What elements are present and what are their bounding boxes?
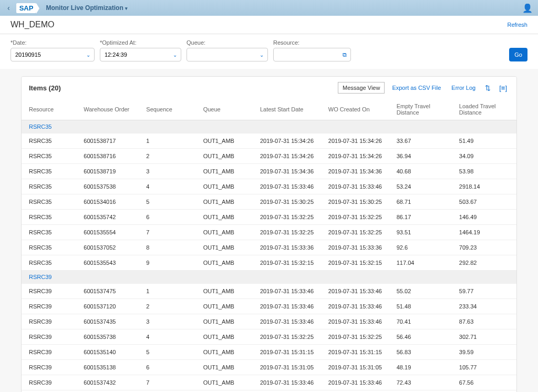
cell-queue: OUT1_AMB: [198, 240, 255, 255]
cell-etd: 55.02: [391, 284, 454, 299]
table-row[interactable]: RSRC3560015355439OUT1_AMB2019-07-31 15:3…: [22, 255, 516, 271]
user-icon[interactable]: 👤: [522, 3, 533, 13]
table-row[interactable]: RSRC3560015340165OUT1_AMB2019-07-31 15:3…: [22, 194, 516, 210]
cell-queue: OUT1_AMB: [198, 194, 255, 210]
cell-queue: OUT1_AMB: [198, 284, 255, 299]
cell-resource: RSRC39: [22, 345, 78, 360]
cell-resource: RSRC39: [22, 390, 78, 393]
table-row[interactable]: RSRC3560015387171OUT1_AMB2019-07-31 15:3…: [22, 133, 516, 149]
cell-wo: 6001537475: [78, 284, 141, 299]
date-input[interactable]: [11, 48, 95, 61]
settings-icon[interactable]: [≡]: [497, 84, 509, 92]
cell-lsd: 2019-07-31 15:32:25: [255, 210, 323, 225]
cell-etd: 33.67: [391, 133, 454, 149]
cell-wo: 6001535140: [78, 345, 141, 360]
col-ltd[interactable]: Loaded Travel Distance: [454, 99, 516, 120]
message-view-button[interactable]: Message View: [338, 82, 385, 94]
table-row[interactable]: RSRC3560015357426OUT1_AMB2019-07-31 15:3…: [22, 210, 516, 225]
cell-wco: 2019-07-31 15:31:15: [323, 345, 391, 360]
table-row[interactable]: RSRC3960015357384OUT1_AMB2019-07-31 15:3…: [22, 329, 516, 345]
cell-queue: OUT1_AMB: [198, 345, 255, 360]
cell-resource: RSRC35: [22, 210, 78, 225]
cell-queue: OUT1_AMB: [198, 225, 255, 240]
queue-input[interactable]: [187, 48, 268, 61]
cell-etd: 40.68: [391, 164, 454, 179]
col-wco[interactable]: WO Created On: [323, 99, 391, 120]
table-row[interactable]: RSRC3960015374751OUT1_AMB2019-07-31 15:3…: [22, 284, 516, 299]
cell-wco: 2019-07-31 15:33:46: [323, 390, 391, 393]
col-queue[interactable]: Queue: [198, 99, 255, 120]
cell-resource: RSRC39: [22, 375, 78, 390]
cell-resource: RSRC35: [22, 225, 78, 240]
refresh-link[interactable]: Refresh: [507, 22, 527, 28]
error-log-link[interactable]: Error Log: [448, 82, 479, 93]
table-row[interactable]: RSRC3560015387193OUT1_AMB2019-07-31 15:3…: [22, 164, 516, 179]
table-row[interactable]: RSRC3960015374318OUT1_AMB2019-07-31 15:3…: [22, 390, 516, 393]
cell-ltd: 87.63: [454, 314, 516, 329]
filter-bar: *Date: ⌄ *Optimized At: ⌄ Queue: ⌄ Resou…: [0, 34, 538, 69]
cell-ltd: 709.23: [454, 240, 516, 255]
cell-wco: 2019-07-31 15:33:46: [323, 179, 391, 194]
cell-seq: 6: [141, 360, 198, 375]
back-icon[interactable]: ‹: [5, 4, 12, 12]
table-row[interactable]: RSRC3560015387162OUT1_AMB2019-07-31 15:3…: [22, 149, 516, 164]
opt-label: *Optimized At:: [100, 39, 181, 46]
cell-queue: OUT1_AMB: [198, 314, 255, 329]
cell-lsd: 2019-07-31 15:33:36: [255, 240, 323, 255]
cell-resource: RSRC35: [22, 149, 78, 164]
resource-input[interactable]: [273, 48, 351, 61]
app-title[interactable]: Monitor Live Optimization ▾: [46, 4, 128, 12]
cell-resource: RSRC35: [22, 255, 78, 271]
col-resource[interactable]: Resource: [22, 99, 78, 120]
app-title-text: Monitor Live Optimization: [46, 4, 123, 12]
cell-resource: RSRC35: [22, 133, 78, 149]
cell-seq: 2: [141, 299, 198, 314]
queue-input-wrap: ⌄: [187, 48, 268, 61]
col-seq[interactable]: Sequence: [141, 99, 198, 120]
cell-seq: 4: [141, 179, 198, 194]
cell-wco: 2019-07-31 15:34:26: [323, 149, 391, 164]
cell-queue: OUT1_AMB: [198, 375, 255, 390]
table-row[interactable]: RSRC3960015374353OUT1_AMB2019-07-31 15:3…: [22, 314, 516, 329]
table-row[interactable]: RSRC3960015371202OUT1_AMB2019-07-31 15:3…: [22, 299, 516, 314]
cell-lsd: 2019-07-31 15:34:36: [255, 164, 323, 179]
group-row[interactable]: RSRC35: [22, 120, 516, 133]
col-etd[interactable]: Empty Travel Distance: [391, 99, 454, 120]
col-wo[interactable]: Warehouse Order: [78, 99, 141, 120]
cell-ltd: 75.28: [454, 390, 516, 393]
table-row[interactable]: RSRC3960015374327OUT1_AMB2019-07-31 15:3…: [22, 375, 516, 390]
table-row[interactable]: RSRC3960015351405OUT1_AMB2019-07-31 15:3…: [22, 345, 516, 360]
sort-icon[interactable]: ⇅: [483, 84, 493, 92]
cell-wco: 2019-07-31 15:32:25: [323, 210, 391, 225]
sap-logo: SAP: [16, 3, 37, 13]
items-title-text: Items: [29, 84, 47, 92]
cell-ltd: 67.56: [454, 375, 516, 390]
group-row[interactable]: RSRC39: [22, 271, 516, 284]
chevron-down-icon: ▾: [125, 6, 128, 11]
group-label: RSRC35: [22, 120, 516, 133]
col-lsd[interactable]: Latest Start Date: [255, 99, 323, 120]
cell-seq: 1: [141, 133, 198, 149]
cell-resource: RSRC35: [22, 179, 78, 194]
date-label: *Date:: [11, 39, 95, 46]
cell-queue: OUT1_AMB: [198, 299, 255, 314]
cell-queue: OUT1_AMB: [198, 360, 255, 375]
cell-resource: RSRC35: [22, 240, 78, 255]
cell-resource: RSRC39: [22, 299, 78, 314]
table-row[interactable]: RSRC3560015375384OUT1_AMB2019-07-31 15:3…: [22, 179, 516, 194]
table-row[interactable]: RSRC3560015355547OUT1_AMB2019-07-31 15:3…: [22, 225, 516, 240]
cell-seq: 7: [141, 375, 198, 390]
cell-etd: 56.83: [391, 345, 454, 360]
go-button[interactable]: Go: [509, 48, 527, 61]
cell-wco: 2019-07-31 15:33:46: [323, 314, 391, 329]
table-row[interactable]: RSRC3560015370528OUT1_AMB2019-07-31 15:3…: [22, 240, 516, 255]
table-row[interactable]: RSRC3960015351386OUT1_AMB2019-07-31 15:3…: [22, 360, 516, 375]
opt-input[interactable]: [100, 48, 181, 61]
table-container[interactable]: Items (20) Message View Export as CSV Fi…: [21, 76, 517, 392]
items-table: Resource Warehouse Order Sequence Queue …: [22, 99, 516, 392]
cell-lsd: 2019-07-31 15:33:46: [255, 390, 323, 393]
cell-queue: OUT1_AMB: [198, 149, 255, 164]
page-title: WH_DEMO: [11, 20, 55, 29]
cell-wo: 6001537538: [78, 179, 141, 194]
export-csv-link[interactable]: Export as CSV File: [389, 82, 444, 93]
